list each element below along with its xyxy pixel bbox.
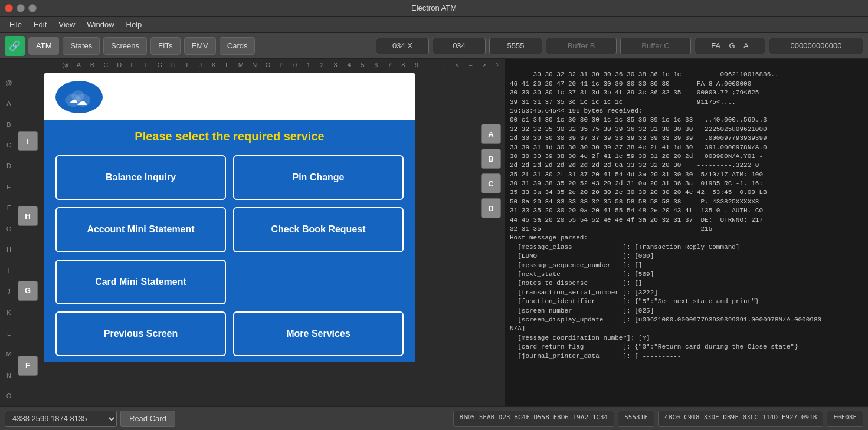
logo-icon: ☁ ☁ — [61, 84, 97, 110]
col-label: 7 — [383, 61, 397, 68]
side-button-I[interactable]: I — [18, 131, 38, 151]
col-label: J — [194, 61, 207, 68]
tab-screens[interactable]: Screens — [103, 37, 147, 55]
side-button-D[interactable]: D — [481, 198, 501, 218]
menu-window[interactable]: Window — [82, 19, 119, 30]
link-icon: 🔗 — [9, 40, 21, 51]
balance-inquiry-button[interactable]: Balance Inquiry — [55, 155, 226, 200]
bufferB-input[interactable] — [546, 38, 617, 54]
app-title: Electron ATM — [411, 4, 457, 12]
side-button-H[interactable]: H — [18, 206, 38, 226]
side-button-G[interactable]: G — [18, 281, 38, 301]
col-label: ; — [437, 61, 450, 68]
col-label: K — [207, 61, 221, 68]
side-button-B[interactable]: B — [481, 149, 501, 169]
atm-header: ☁ ☁ — [44, 73, 415, 120]
fieldGA-input[interactable] — [695, 38, 765, 54]
card-mini-statement-button[interactable]: Card Mini Statement — [55, 260, 226, 304]
col-label: B — [86, 61, 99, 68]
more-services-button[interactable]: More Services — [233, 311, 404, 356]
col-label: 3 — [329, 61, 342, 68]
col-label: G — [153, 61, 166, 68]
tab-cards[interactable]: Cards — [220, 37, 256, 55]
maximize-button[interactable] — [28, 4, 37, 12]
left-panel: @ A B C D E F G H I J K L M N O P 0 1 2 … — [0, 59, 505, 406]
atm-area: @ A B C D E F G H I J K L M N O I H — [0, 71, 505, 406]
log-text: 30 30 32 32 31 30 30 36 30 38 36 1c 1c 0… — [510, 71, 821, 359]
read-card-button[interactable]: Read Card — [120, 411, 175, 427]
col-label: > — [477, 61, 491, 68]
menu-file[interactable]: File — [5, 19, 27, 30]
col-label: 5 — [356, 61, 369, 68]
menu-help[interactable]: Help — [122, 19, 147, 30]
col-label: E — [126, 61, 140, 68]
hex-value-2: 55531F — [618, 411, 654, 427]
col-label: 9 — [410, 61, 424, 68]
toolbar: 🔗 ATM States Screens FITs EMV Cards — [0, 33, 868, 59]
col-label: 0 — [289, 61, 302, 68]
atm-service-buttons: Balance Inquiry Pin Change Account Mini … — [44, 149, 415, 362]
col-label: ? — [491, 61, 505, 68]
card-number-select[interactable]: 4338 2599 1874 8135 — [5, 411, 117, 427]
pin-change-button[interactable]: Pin Change — [233, 155, 404, 200]
atm-screen: ☁ ☁ Please select the required service B… — [44, 73, 415, 362]
col-label: I — [180, 61, 194, 68]
field1-input[interactable] — [376, 38, 429, 54]
col-label: N — [248, 61, 261, 68]
link-button[interactable]: 🔗 — [5, 36, 25, 56]
hex-value-1: B6D5 5EAB D23 BC4F D558 F8D6 19A2 1C34 — [453, 411, 615, 427]
field3-input[interactable] — [489, 38, 542, 54]
previous-screen-button[interactable]: Previous Screen — [55, 311, 226, 356]
side-button-C[interactable]: C — [481, 173, 501, 193]
log-panel: 30 30 32 32 31 30 30 36 30 38 36 1c 1c 0… — [505, 59, 868, 406]
col-label: 6 — [369, 61, 383, 68]
titlebar: Electron ATM — [0, 0, 868, 17]
menu-edit[interactable]: Edit — [29, 19, 51, 30]
col-label: 8 — [397, 61, 410, 68]
col-label: P — [275, 61, 289, 68]
atm-logo: ☁ ☁ — [55, 81, 103, 113]
row-labels: @ A B C D E F G H I J K L M N O — [0, 71, 18, 406]
col-label: H — [166, 61, 180, 68]
tab-fits[interactable]: FITs — [150, 37, 181, 55]
menu-view[interactable]: View — [54, 19, 80, 30]
menubar: File Edit View Window Help — [0, 17, 868, 33]
atm-prompt: Please select the required service — [44, 120, 415, 149]
col-label: O — [261, 61, 275, 68]
col-label: D — [113, 61, 126, 68]
col-label: 1 — [302, 61, 315, 68]
col-label: F — [140, 61, 153, 68]
col-labels: @ A B C D E F G H I J K L M N O P 0 1 2 … — [0, 59, 505, 71]
atm-screen-container: ☁ ☁ Please select the required service B… — [41, 71, 481, 406]
statusbar: 4338 2599 1874 8135 Read Card B6D5 5EAB … — [0, 406, 868, 430]
account-mini-statement-button[interactable]: Account Mini Statement — [55, 207, 226, 252]
atm-right-buttons: A B C D — [481, 71, 505, 406]
col-label: 4 — [342, 61, 356, 68]
atm-left-buttons: I H G F — [18, 71, 41, 406]
side-button-F[interactable]: F — [18, 356, 38, 376]
col-label: : — [424, 61, 437, 68]
field4-input[interactable] — [769, 38, 863, 54]
close-button[interactable] — [5, 4, 13, 12]
col-label: 2 — [315, 61, 329, 68]
main-area: @ A B C D E F G H I J K L M N O P 0 1 2 … — [0, 59, 868, 406]
log-content[interactable]: 30 30 32 32 31 30 30 36 30 38 36 1c 1c 0… — [505, 59, 868, 406]
window-controls[interactable] — [5, 4, 37, 12]
check-book-request-button[interactable]: Check Book Request — [233, 207, 404, 252]
col-label: A — [72, 61, 86, 68]
col-label: C — [99, 61, 113, 68]
col-label: M — [234, 61, 248, 68]
side-button-A[interactable]: A — [481, 124, 501, 144]
tab-states[interactable]: States — [63, 37, 100, 55]
field2-input[interactable] — [433, 38, 486, 54]
svg-text:☁: ☁ — [77, 96, 87, 107]
tab-atm[interactable]: ATM — [28, 37, 59, 55]
col-label: @ — [58, 61, 72, 68]
bufferC-input[interactable] — [620, 38, 691, 54]
tab-emv[interactable]: EMV — [184, 37, 216, 55]
col-label: = — [464, 61, 477, 68]
hex-value-3: 48C0 C918 33DE DB9F 03CC 114D F927 091B — [658, 411, 823, 427]
hex-value-4: F0F08F — [827, 411, 863, 427]
col-label: L — [221, 61, 234, 68]
minimize-button[interactable] — [17, 4, 25, 12]
